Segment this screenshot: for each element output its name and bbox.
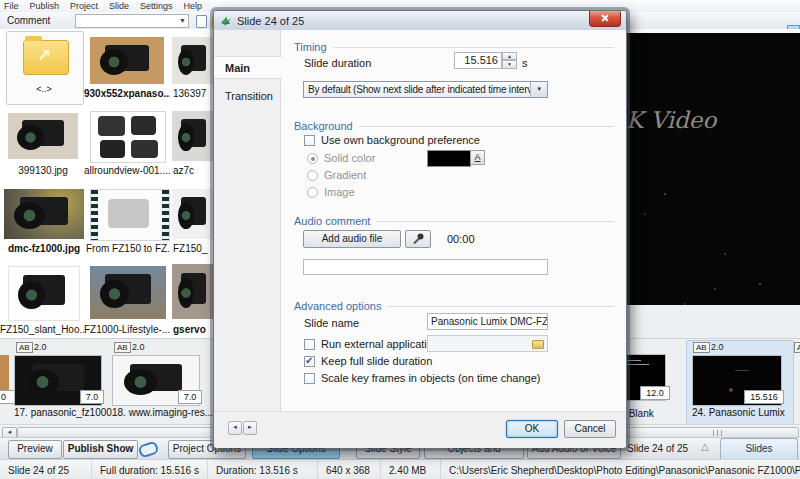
slide-caption: 24. Panasonic Lumix ... bbox=[692, 407, 788, 418]
run-external-label: Run external application bbox=[321, 338, 439, 350]
up-arrow-icon: ↗ bbox=[37, 45, 51, 66]
status-filesize: 2.40 MB bbox=[381, 460, 441, 479]
scale-key-frames-checkbox[interactable] bbox=[304, 373, 315, 384]
slide-preview: K Video bbox=[624, 33, 800, 305]
comment-input[interactable]: ▼ bbox=[75, 14, 189, 28]
color-picker-button[interactable]: A bbox=[470, 150, 485, 165]
file-thumbnail[interactable] bbox=[172, 189, 215, 239]
microphone-icon bbox=[411, 232, 425, 246]
keep-full-duration-label: Keep full slide duration bbox=[321, 355, 432, 367]
slide-duration-label: Slide duration bbox=[304, 57, 371, 69]
status-full-duration: Full duration: 15.516 s bbox=[92, 460, 208, 479]
preview-overlay-text: K Video bbox=[626, 107, 716, 133]
transition-time: 2.0 bbox=[132, 342, 145, 352]
grip-icon bbox=[713, 430, 725, 436]
color-swatch[interactable] bbox=[427, 150, 471, 167]
add-audio-file-button[interactable]: Add audio file bbox=[303, 230, 401, 248]
image-radio[interactable] bbox=[307, 187, 318, 198]
file-thumbnail[interactable] bbox=[90, 189, 170, 241]
folder-browse-icon[interactable] bbox=[532, 340, 544, 349]
file-thumbnail[interactable] bbox=[90, 111, 166, 163]
external-app-input bbox=[427, 335, 548, 352]
transition-badge[interactable]: A bbox=[794, 342, 800, 353]
menu-project[interactable]: Project bbox=[70, 1, 98, 11]
preview-button[interactable]: Preview bbox=[8, 440, 62, 459]
solid-color-label: Solid color bbox=[324, 152, 375, 164]
slide-duration-input[interactable]: 15.516 bbox=[454, 52, 502, 69]
file-label: 136397 bbox=[173, 88, 215, 99]
dialog-titlebar[interactable]: Slide 24 of 25 bbox=[214, 11, 626, 30]
status-resolution: 640 x 368 bbox=[318, 460, 381, 479]
nav-left-icon[interactable]: ◄ bbox=[228, 421, 242, 435]
dropdown-arrow-icon[interactable]: ▼ bbox=[530, 82, 547, 97]
file-thumbnail[interactable] bbox=[90, 37, 164, 84]
file-thumbnail[interactable] bbox=[4, 189, 84, 239]
file-label: <..> bbox=[7, 84, 81, 94]
dialog-app-icon bbox=[220, 15, 232, 27]
record-voice-button[interactable] bbox=[405, 230, 431, 248]
file-label: 399130.jpg bbox=[0, 165, 86, 176]
ok-button[interactable]: OK bbox=[506, 420, 558, 438]
file-thumbnail[interactable] bbox=[90, 266, 166, 319]
audio-section-header: Audio comment bbox=[294, 215, 614, 227]
file-label: dmc-fz1000.jpg bbox=[0, 243, 88, 254]
file-label: az7c bbox=[173, 165, 215, 176]
tab-slides[interactable]: Slides bbox=[720, 438, 798, 460]
dialog-tab-column: Main Transition bbox=[214, 30, 281, 411]
use-own-background-checkbox[interactable] bbox=[304, 135, 315, 146]
use-own-background-label: Use own background preference bbox=[321, 134, 480, 146]
spinner-down-icon[interactable]: ▼ bbox=[502, 60, 517, 69]
background-section-header: Background bbox=[294, 120, 614, 132]
chevron-down-icon[interactable]: ▼ bbox=[179, 17, 186, 24]
dialog-content: Timing Slide duration 15.516 ▲ ▼ s By de… bbox=[281, 30, 626, 411]
slide-duration-badge: 15.516 bbox=[744, 390, 784, 404]
file-thumbnail[interactable] bbox=[172, 37, 215, 84]
gradient-radio[interactable] bbox=[307, 170, 318, 181]
panel-toggle-icon[interactable]: △ bbox=[701, 441, 709, 452]
file-label: FZ150_ bbox=[173, 243, 215, 254]
new-document-icon[interactable] bbox=[196, 15, 207, 28]
image-label: Image bbox=[324, 186, 355, 198]
tab-transition[interactable]: Transition bbox=[214, 85, 282, 108]
audio-file-input[interactable] bbox=[303, 259, 548, 275]
file-thumbnail[interactable] bbox=[172, 111, 215, 161]
camera-graphic bbox=[98, 116, 125, 136]
file-thumbnail[interactable] bbox=[172, 264, 215, 319]
slide-duration-badge: 0 bbox=[0, 390, 15, 404]
transition-badge[interactable]: AB bbox=[16, 342, 33, 353]
transition-badge[interactable]: AB bbox=[693, 342, 710, 353]
nav-right-icon[interactable]: ► bbox=[243, 421, 257, 435]
spinner-up-icon[interactable]: ▲ bbox=[502, 52, 517, 60]
dialog-body: Main Transition Timing Slide duration 15… bbox=[214, 30, 626, 447]
menu-slide[interactable]: Slide bbox=[109, 1, 129, 11]
audio-time-label: 00:00 bbox=[447, 233, 475, 245]
preview-speckles bbox=[664, 193, 666, 195]
slide-duration-badge: 7.0 bbox=[80, 390, 104, 404]
timing-mode-select[interactable]: By default (Show next slide after indica… bbox=[303, 81, 548, 98]
parent-folder-tile[interactable]: ↗ <..> bbox=[6, 31, 84, 105]
application-window: File Publish Project Slide Settings Help… bbox=[0, 0, 800, 479]
run-external-checkbox[interactable] bbox=[304, 339, 315, 350]
cancel-button[interactable]: Cancel bbox=[564, 420, 616, 438]
file-thumbnail[interactable] bbox=[8, 266, 80, 321]
speck-graphic bbox=[729, 388, 733, 392]
menu-publish[interactable]: Publish bbox=[30, 1, 60, 11]
status-filepath: C:\Users\Eric Shepherd\Desktop\Photo Edi… bbox=[441, 460, 800, 479]
file-browser-panel: ↗ <..> 930x552xpanaso... 136397 399130.j… bbox=[0, 29, 215, 338]
menu-settings[interactable]: Settings bbox=[140, 1, 173, 11]
slide-name-label: Slide name bbox=[304, 317, 359, 329]
menu-file[interactable]: File bbox=[4, 1, 19, 11]
transition-badge[interactable]: AB bbox=[114, 342, 131, 353]
slide-name-input[interactable]: Panasonic Lumix DMC-FZ1000 bbox=[427, 313, 548, 330]
close-icon[interactable] bbox=[589, 11, 621, 27]
file-label: allroundview-001.... bbox=[84, 165, 170, 176]
publish-show-button[interactable]: Publish Show bbox=[63, 440, 138, 459]
menu-help[interactable]: Help bbox=[184, 1, 203, 11]
file-thumbnail[interactable] bbox=[8, 113, 78, 159]
solid-color-radio[interactable] bbox=[307, 153, 318, 164]
publish-device-icon[interactable] bbox=[137, 440, 159, 458]
tab-main[interactable]: Main bbox=[214, 56, 282, 79]
advanced-section-header: Advanced options bbox=[294, 300, 614, 312]
duration-stepper: ▲ ▼ bbox=[502, 52, 517, 69]
keep-full-duration-checkbox[interactable] bbox=[304, 356, 315, 367]
